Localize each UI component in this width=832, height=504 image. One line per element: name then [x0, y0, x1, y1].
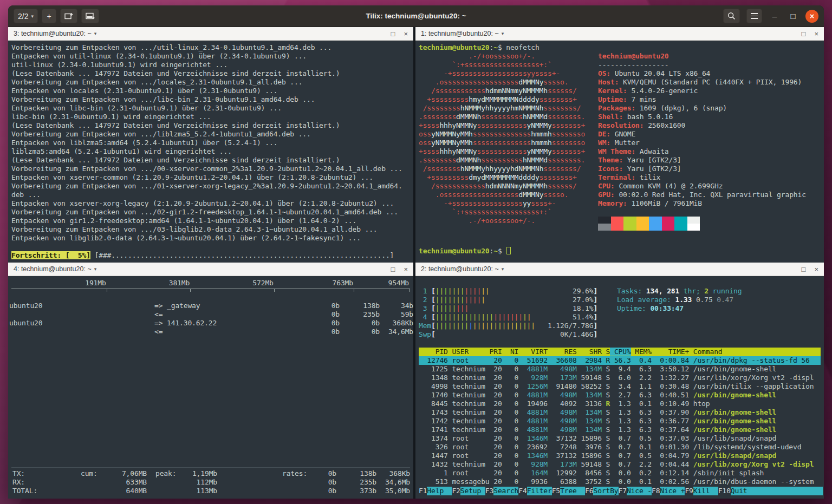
- neofetch-info-line: Kernel: 5.4.0-26-generic: [598, 87, 806, 95]
- fn-key-label[interactable]: SortBy: [593, 487, 618, 495]
- pane-apt-titlebar[interactable]: 3: technium@ubuntu20: ~ ▾ □ ×: [8, 27, 413, 41]
- meter-bars: ||||: [464, 296, 481, 304]
- flow-rate-2s: 0b: [302, 302, 340, 310]
- split-down-button[interactable]: [81, 9, 99, 23]
- apt-output-line: Entpacken von xserver-common (2:1.20.9-2…: [11, 173, 410, 182]
- pid-cell: 1447: [419, 451, 448, 460]
- fn-key: F7: [619, 487, 627, 495]
- pane-htop-titlebar[interactable]: 2: technium@ubuntu20: ~ ▾ □ ×: [415, 263, 824, 276]
- pid-cell: 1742: [419, 417, 448, 425]
- command-cell: /usr/lib/snapd/snapd: [689, 451, 776, 460]
- pane-close-icon[interactable]: ×: [404, 265, 408, 273]
- apt-output-line: (Lese Datenbank ... 147972 Dateien und V…: [11, 69, 410, 78]
- palette-swatch: [598, 224, 611, 231]
- pane-maximize-icon[interactable]: □: [391, 265, 395, 273]
- pid-cell: 1741: [419, 426, 448, 434]
- process-row: 1374 root 20 0 1346M 37132 15896 S 0.7 0…: [419, 434, 821, 443]
- state-cell: S: [602, 426, 610, 434]
- session-switcher-button[interactable]: 2/2 ▾: [14, 9, 38, 23]
- chevron-down-icon: ▾: [502, 266, 504, 272]
- pane-maximize-icon[interactable]: □: [802, 265, 806, 273]
- flow-rate-2s: 0b: [302, 328, 340, 336]
- meter-bars: |||: [456, 304, 469, 312]
- apt-output-line: liblzma5:amd64 (5.2.4-1ubuntu1) wird ein…: [11, 147, 410, 156]
- scale-tick: [409, 289, 410, 292]
- footer-label: RX:: [12, 478, 25, 487]
- htop-tasks-line: Tasks: 134, 281 thr; 2 running: [617, 287, 742, 296]
- process-row: 8445 technium 20 0 19496 4092 3136 R 1.3…: [419, 400, 821, 408]
- pane-neofetch: 1: technium@ubuntu20: ~ ▾ □ × technium@u…: [415, 27, 824, 263]
- chevron-down-icon: ▾: [502, 31, 504, 36]
- fn-key-label[interactable]: Nice -: [627, 487, 652, 495]
- flow-rate-40s: 34b: [381, 302, 413, 310]
- close-button[interactable]: ×: [805, 10, 818, 23]
- maximize-button[interactable]: □: [787, 11, 799, 21]
- state-cell: R: [602, 400, 610, 408]
- pane-close-icon[interactable]: ×: [814, 265, 818, 273]
- footer-label: TOTAL:: [12, 487, 37, 495]
- fn-key-label[interactable]: Setup: [460, 487, 485, 495]
- pid-cell: 326: [419, 443, 448, 451]
- palette-swatch: [662, 217, 675, 224]
- minimize-button[interactable]: –: [769, 11, 781, 21]
- plus-icon: +: [47, 12, 51, 21]
- flow-rate-10s: 235b: [342, 310, 380, 319]
- pid-cell: 12746: [419, 356, 448, 364]
- fn-key-label[interactable]: Tree: [560, 487, 585, 495]
- fn-key: F10: [718, 487, 731, 495]
- fn-key: F4: [518, 487, 526, 495]
- iftop-footer-row: TOTAL:640MB113Mb0b373b35,0Mb: [11, 487, 410, 495]
- pid-cell: 1348: [419, 374, 448, 382]
- flow-host: ubuntu20: [9, 319, 42, 328]
- process-row: 513 messagebu 20 0 9936 6388 3752 S 0.0 …: [419, 477, 821, 486]
- menu-button[interactable]: [746, 9, 762, 23]
- pane-iftop-titlebar[interactable]: 4: technium@ubuntu20: ~ ▾ □ ×: [8, 263, 413, 276]
- htop-terminal-output[interactable]: 1 [||||||||||||| 29.6%] 2 [|||||||||||| …: [415, 276, 824, 499]
- process-row: 1432 technium 20 0 928M 173M 59148 S 0.7…: [419, 460, 821, 469]
- meter-value: 51.4%: [573, 313, 593, 321]
- tilix-window: 2/2 ▾ +: [8, 5, 824, 499]
- apt-terminal-output[interactable]: Vorbereitung zum Entpacken von .../util-…: [8, 41, 413, 263]
- fn-key-label[interactable]: Filter: [527, 487, 552, 495]
- peak-value: 112Mb: [177, 478, 217, 487]
- search-icon: [727, 12, 736, 20]
- iftop-flow-row: <=0b0b34,6Mb: [11, 328, 410, 336]
- new-session-button[interactable]: +: [42, 9, 56, 23]
- neofetch-info-panel: technium@ubuntu20-----------------OS: Ub…: [598, 52, 806, 231]
- scale-tick: [274, 289, 275, 292]
- pane-neofetch-titlebar[interactable]: 1: technium@ubuntu20: ~ ▾ □ ×: [415, 27, 824, 41]
- apt-output-line: Vorbereitung zum Entpacken von .../util-…: [11, 43, 410, 52]
- fn-key-label[interactable]: Search: [493, 487, 518, 495]
- pid-cell: 1740: [419, 391, 448, 399]
- state-cell: S: [602, 408, 610, 416]
- pid-cell: 1432: [419, 460, 448, 468]
- fn-key-label[interactable]: Kill: [693, 487, 718, 495]
- apt-output-line: util-linux (2.34-0.1ubuntu9.1) wird eing…: [11, 61, 410, 69]
- pane-maximize-icon[interactable]: □: [391, 30, 395, 38]
- htop-function-key-bar[interactable]: F1Help F2Setup F3SearchF4FilterF5Tree F6…: [419, 487, 823, 495]
- palette-swatch: [687, 224, 700, 231]
- split-right-button[interactable]: [60, 9, 77, 23]
- neofetch-info-line: Uptime: 7 mins: [598, 95, 806, 104]
- command-cell: /sbin/init splash: [689, 469, 764, 477]
- pane-close-icon[interactable]: ×: [404, 30, 408, 38]
- pid-cell: 4998: [419, 382, 448, 390]
- fn-key-label[interactable]: Help: [427, 487, 452, 495]
- meter-label: 4: [419, 313, 431, 321]
- terminal-workspace: 3: technium@ubuntu20: ~ ▾ □ × Vorbereitu…: [8, 27, 824, 499]
- fn-key-label[interactable]: Quit: [731, 487, 823, 495]
- meter-bars: |||||||: [493, 313, 523, 321]
- neofetch-terminal-output[interactable]: technium@ubuntu20:~$ neofetch .-/+oossss…: [415, 41, 824, 263]
- scale-tick-label: 572Mb: [241, 279, 274, 287]
- meter-value: 29.6%: [573, 287, 593, 295]
- shell-prompt-line: technium@ubuntu20:~$: [419, 247, 511, 256]
- close-icon: ×: [810, 12, 814, 21]
- fn-key-label[interactable]: Nice +: [660, 487, 685, 495]
- iftop-footer-row: TX:cum:7,06MBpeak:1,19Mbrates:0b138b368K…: [11, 469, 410, 478]
- process-row: 12746 root 20 0 51692 36608 2984 R 56.3 …: [419, 356, 821, 365]
- iftop-terminal-output[interactable]: 191Mb381Mb572Mb763Mb954Mbubuntu20=> _gat…: [8, 276, 413, 499]
- search-button[interactable]: [723, 9, 740, 23]
- pane-close-icon[interactable]: ×: [814, 30, 818, 38]
- pane-maximize-icon[interactable]: □: [802, 30, 806, 38]
- neofetch-info-line: Packages: 1609 (dpkg), 6 (snap): [598, 104, 806, 113]
